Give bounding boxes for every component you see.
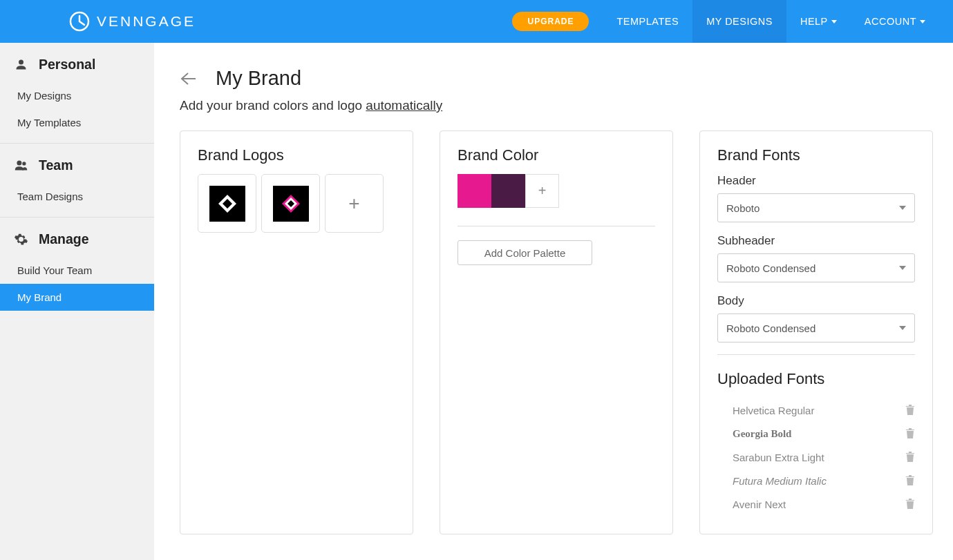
color-swatch-1[interactable] xyxy=(457,174,491,208)
card-title: Brand Logos xyxy=(198,146,395,164)
brand-color-card: Brand Color + Add Color Palette xyxy=(440,131,673,534)
logo-tile-2[interactable] xyxy=(261,174,320,233)
brand-logo[interactable]: VENNGAGE xyxy=(69,11,196,32)
sidebar-section-label: Team xyxy=(39,157,73,173)
nav-account[interactable]: ACCOUNT xyxy=(851,0,939,43)
svg-point-3 xyxy=(22,162,26,165)
header-nav: UPGRADE TEMPLATES MY DESIGNS HELP ACCOUN… xyxy=(512,0,939,43)
sidebar-section-personal: Personal xyxy=(0,43,154,82)
uploaded-font-row: Futura Medium Italic xyxy=(717,471,915,494)
uploaded-font-name: Georgia Bold xyxy=(733,428,791,440)
main-content: My Brand Add your brand colors and logo … xyxy=(154,43,953,560)
nav-templates[interactable]: TEMPLATES xyxy=(603,0,692,43)
plus-icon: + xyxy=(538,183,547,199)
uploaded-font-name: Helvetica Regular xyxy=(733,405,814,416)
brand-name: VENNGAGE xyxy=(97,13,196,30)
font-body-select[interactable]: Roboto Condensed xyxy=(717,313,915,342)
select-value: Roboto xyxy=(726,202,759,214)
add-color-button[interactable]: + xyxy=(525,174,559,208)
font-subheader-label: Subheader xyxy=(717,234,915,248)
brand-logos-card: Brand Logos + xyxy=(180,131,413,534)
trash-icon[interactable] xyxy=(905,498,915,511)
add-palette-button[interactable]: Add Color Palette xyxy=(457,240,592,265)
logo-tile-1[interactable] xyxy=(198,174,256,233)
venngage-clock-icon xyxy=(69,11,90,32)
uploaded-font-name: Futura Medium Italic xyxy=(733,475,827,487)
sidebar-section-label: Personal xyxy=(39,57,95,73)
chevron-down-icon xyxy=(899,266,906,270)
chevron-down-icon xyxy=(920,20,925,23)
color-swatches: + xyxy=(457,174,655,208)
font-subheader-select[interactable]: Roboto Condensed xyxy=(717,253,915,282)
plus-icon: + xyxy=(348,193,359,215)
sidebar-item-my-templates[interactable]: My Templates xyxy=(0,109,154,136)
page-title-row: My Brand xyxy=(180,67,933,90)
trash-icon[interactable] xyxy=(905,474,915,487)
add-logo-button[interactable]: + xyxy=(325,174,384,233)
header: VENNGAGE UPGRADE TEMPLATES MY DESIGNS HE… xyxy=(0,0,953,43)
sidebar-item-team-designs[interactable]: Team Designs xyxy=(0,183,154,210)
card-title: Brand Color xyxy=(457,146,655,164)
logo-row: + xyxy=(198,174,395,233)
uploaded-font-row: Helvetica Regular xyxy=(717,400,915,424)
chevron-down-icon xyxy=(899,206,906,210)
svg-point-1 xyxy=(19,60,23,65)
uploaded-font-row: Avenir Next xyxy=(717,494,915,518)
trash-icon[interactable] xyxy=(905,427,915,441)
sidebar-section-manage: Manage xyxy=(0,218,154,257)
gear-icon xyxy=(14,232,28,247)
font-header-label: Header xyxy=(717,174,915,188)
team-icon xyxy=(14,158,28,173)
diamond-icon xyxy=(279,192,303,215)
select-value: Roboto Condensed xyxy=(726,322,815,334)
select-value: Roboto Condensed xyxy=(726,262,815,274)
uploaded-fonts-title: Uploaded Fonts xyxy=(717,370,915,388)
diamond-icon xyxy=(216,192,239,215)
divider xyxy=(457,226,655,226)
sidebar: Personal My Designs My Templates Team Te… xyxy=(0,43,154,560)
brand-fonts-card: Brand Fonts Header Roboto Subheader Robo… xyxy=(699,131,933,534)
sidebar-item-my-brand[interactable]: My Brand xyxy=(0,284,154,311)
trash-icon[interactable] xyxy=(905,404,915,417)
uploaded-font-row: Sarabun Extra Light xyxy=(717,447,915,471)
sidebar-section-team: Team xyxy=(0,144,154,183)
uploaded-font-name: Sarabun Extra Light xyxy=(733,452,824,463)
color-swatch-2[interactable] xyxy=(491,174,525,208)
nav-help[interactable]: HELP xyxy=(786,0,851,43)
divider xyxy=(717,354,915,355)
font-header-select[interactable]: Roboto xyxy=(717,193,915,222)
person-icon xyxy=(14,57,28,72)
font-body-label: Body xyxy=(717,294,915,308)
uploaded-font-row: Georgia Bold xyxy=(717,424,915,447)
chevron-down-icon xyxy=(831,20,837,23)
sidebar-item-my-designs[interactable]: My Designs xyxy=(0,82,154,109)
page-title: My Brand xyxy=(216,67,301,90)
trash-icon[interactable] xyxy=(905,451,915,464)
automatically-link[interactable]: automatically xyxy=(366,98,442,113)
back-arrow-icon[interactable] xyxy=(180,72,196,86)
card-title: Brand Fonts xyxy=(717,146,915,164)
sidebar-item-build-team[interactable]: Build Your Team xyxy=(0,257,154,284)
page-subtitle: Add your brand colors and logo automatic… xyxy=(180,98,933,113)
sidebar-section-label: Manage xyxy=(39,231,89,247)
nav-my-designs[interactable]: MY DESIGNS xyxy=(692,0,786,43)
uploaded-font-name: Avenir Next xyxy=(733,499,786,510)
cards-row: Brand Logos + Brand Color xyxy=(180,131,933,534)
svg-point-2 xyxy=(17,161,21,166)
upgrade-button[interactable]: UPGRADE xyxy=(512,12,589,31)
chevron-down-icon xyxy=(899,326,906,330)
